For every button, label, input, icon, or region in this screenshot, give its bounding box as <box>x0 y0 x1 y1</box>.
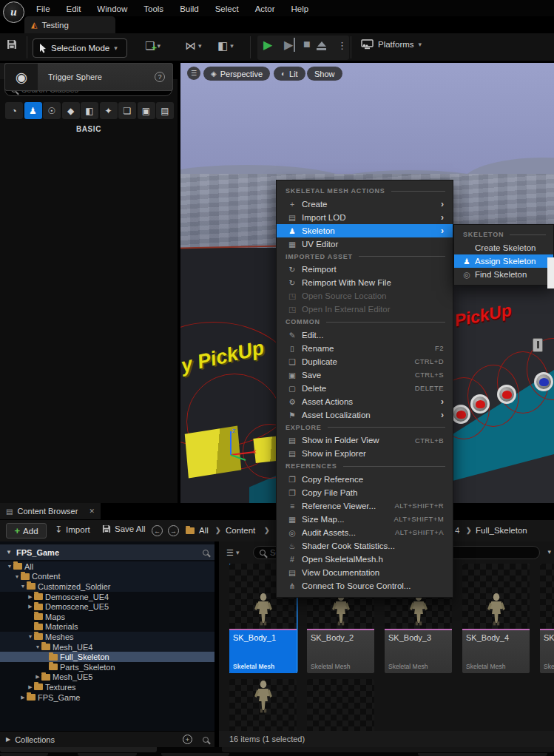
frame-skip-button[interactable]: ▶ <box>284 38 295 52</box>
filter-icon[interactable]: ☰ <box>226 548 234 558</box>
perspective-dropdown[interactable]: ◈ Perspective <box>203 67 270 81</box>
submenu-item[interactable]: ♟ Assign Skeleton <box>454 254 553 268</box>
menu-bar-item[interactable]: Edit <box>58 4 89 13</box>
breadcrumb-item-fragment[interactable]: 4 <box>455 526 459 535</box>
menu-bar-item[interactable]: Help <box>283 4 317 13</box>
play-button[interactable]: ▶ <box>263 38 272 52</box>
context-menu-item[interactable]: ❏ Duplicate CTRL+D › <box>277 355 453 368</box>
context-menu-item[interactable]: ≡ Reference Viewer... ALT+SHIFT+R › <box>277 499 453 513</box>
tree-folder-row[interactable]: ▼ Content <box>0 572 214 582</box>
category-tab[interactable]: ❏ <box>118 102 136 119</box>
menu-bar-item[interactable]: File <box>28 4 58 13</box>
category-tab[interactable]: ◔ <box>5 102 23 119</box>
tree-arrow-icon[interactable]: ▼ <box>34 644 41 649</box>
menu-bar-item[interactable]: Build <box>172 4 207 13</box>
play-options-kebab-button[interactable]: ⋮ <box>337 40 347 51</box>
tree-root-row[interactable]: ▼ FPS_Game <box>0 544 214 560</box>
context-menu-item[interactable]: ▦ UV Editor › <box>277 237 453 251</box>
tree-arrow-icon[interactable]: ▶ <box>27 604 34 610</box>
tree-folder-row[interactable]: ▶ FPS_Game <box>0 692 214 703</box>
lit-dropdown[interactable]: ◐ Lit <box>274 67 305 81</box>
tree-folder-row[interactable]: ▶ Demoscene_UE4 <box>0 592 214 602</box>
submenu-item[interactable]: Create Skeleton <box>454 241 553 254</box>
placeable-actor-row[interactable]: ◉ Trigger Sphere ? <box>4 63 173 91</box>
context-menu-item[interactable]: ▤ Import LOD › <box>277 211 453 224</box>
menu-bar-item[interactable]: Window <box>89 4 135 13</box>
category-tab[interactable]: ✦ <box>100 102 118 119</box>
tree-arrow-icon[interactable]: ▼ <box>13 574 21 579</box>
asset-tile[interactable]: SK_Body_5 Skeletal Mesh <box>540 564 554 673</box>
import-button[interactable]: ↧ Import <box>55 524 90 535</box>
context-menu-item[interactable]: ⚙ Asset Actions › <box>277 395 453 408</box>
context-menu-item[interactable]: ⋔ Connect To Source Control... › <box>277 579 453 593</box>
tree-arrow-icon[interactable]: ▶ <box>19 695 27 701</box>
help-icon[interactable]: ? <box>155 72 165 82</box>
context-menu-item[interactable]: ♨ Shader Cook Statistics... › <box>277 539 453 553</box>
context-menu-item[interactable]: ▯ Rename F2 › <box>277 342 453 355</box>
tree-folder-row[interactable]: Parts_Skeleton <box>0 662 214 672</box>
tree-folder-row[interactable]: Full_Skeleton <box>0 652 214 662</box>
add-asset-button[interactable]: + Add <box>6 523 47 539</box>
close-icon[interactable]: ✕ <box>89 507 95 515</box>
context-menu-item[interactable]: ▣ Save CTRL+S › <box>277 368 453 382</box>
context-menu-item[interactable]: ⚑ Asset Localization › <box>277 408 453 422</box>
unreal-logo-icon[interactable]: u <box>3 1 24 23</box>
context-menu-item[interactable]: ▤ Show in Folder View CTRL+B › <box>277 433 453 447</box>
menu-bar-item[interactable]: Select <box>207 4 247 13</box>
search-icon[interactable] <box>203 550 209 556</box>
tree-folder-row[interactable]: ▶ Demoscene_UE5 <box>0 601 214 612</box>
tree-folder-row[interactable]: ▶ Mesh_UE5 <box>0 672 214 683</box>
tree-folder-row[interactable]: ▶ Textures <box>0 682 214 692</box>
context-menu-item[interactable]: ↻ Reimport › <box>277 263 453 276</box>
tree-arrow-icon[interactable]: ▼ <box>27 634 34 639</box>
asset-thumbnail[interactable] <box>229 679 297 731</box>
transform-gizmo[interactable]: z x <box>222 425 262 464</box>
asset-thumbnail[interactable] <box>307 679 374 731</box>
category-tab[interactable]: ☉ <box>43 102 61 119</box>
search-collections-icon[interactable] <box>203 737 209 743</box>
context-menu-item[interactable]: ♟ Skeleton › <box>277 224 453 237</box>
add-actor-button[interactable]: ❏+ ▾ <box>145 39 161 53</box>
context-menu-item[interactable]: ◳ Open Source Location › <box>277 289 453 303</box>
back-button[interactable]: ← <box>152 525 163 536</box>
context-menu-item[interactable]: # Open SkeletalMesh.h › <box>277 553 453 566</box>
category-tab[interactable]: ▣ <box>138 102 155 119</box>
tab-testing[interactable]: ◭ Testing <box>24 16 115 33</box>
viewport-options-button[interactable]: ☰ <box>187 67 200 80</box>
context-menu-item[interactable]: ▤ Show in Explorer › <box>277 447 453 460</box>
blueprints-button[interactable]: ⋈ ▾ <box>185 39 202 53</box>
context-menu-item[interactable]: ▦ Size Map... ALT+SHIFT+M › <box>277 513 453 526</box>
tree-folder-row[interactable]: ▼ Mesh_UE4 <box>0 642 214 652</box>
selection-mode-dropdown[interactable]: Selection Mode ▾ <box>33 38 127 58</box>
submenu-item[interactable]: ◎ Find Skeleton <box>454 268 553 281</box>
asset-tile[interactable]: SK_Body_4 Skeletal Mesh <box>462 564 530 673</box>
platforms-dropdown[interactable]: Platforms ▾ <box>361 39 422 50</box>
context-menu-item[interactable]: ◳ Open In External Editor › <box>277 303 453 316</box>
tree-arrow-icon[interactable]: ▼ <box>6 564 13 569</box>
context-menu-item[interactable]: ▤ View Documentation › <box>277 566 453 579</box>
tree-arrow-icon[interactable]: ▶ <box>34 674 41 680</box>
eject-button[interactable] <box>317 41 326 50</box>
breadcrumb-item-current[interactable]: Full_Skeleton <box>476 526 527 535</box>
view-settings-chevron-icon[interactable]: ▾ <box>547 548 551 556</box>
breadcrumb-item[interactable]: All <box>199 526 209 535</box>
tree-folder-row[interactable]: ▼ Meshes <box>0 632 214 642</box>
category-tab[interactable]: ▤ <box>156 102 174 119</box>
stop-button[interactable]: ■ <box>303 38 311 51</box>
tree-folder-row[interactable]: Maps <box>0 612 214 622</box>
tree-arrow-icon[interactable]: ▼ <box>19 584 27 589</box>
tree-folder-row[interactable]: ▼ Customized_Soldier <box>0 581 214 592</box>
menu-bar-item[interactable]: Tools <box>135 4 172 13</box>
show-dropdown[interactable]: Show <box>307 67 342 81</box>
menu-bar-item[interactable]: Actor <box>247 4 283 13</box>
category-tab[interactable]: ♟ <box>24 102 42 119</box>
tab-content-browser[interactable]: ▤ Content Browser ✕ <box>0 503 101 519</box>
save-level-button[interactable] <box>7 39 17 53</box>
context-menu-item[interactable]: + Create › <box>277 198 453 211</box>
context-menu-item[interactable]: ✎ Edit... › <box>277 328 453 342</box>
context-menu-item[interactable]: ↻ Reimport With New File › <box>277 276 453 289</box>
tree-arrow-icon[interactable]: ▶ <box>27 594 34 600</box>
tree-folder-row[interactable]: ▼ All <box>0 561 214 572</box>
tree-folder-row[interactable]: Materials <box>0 622 214 632</box>
breadcrumb-item[interactable]: Content <box>226 526 255 535</box>
